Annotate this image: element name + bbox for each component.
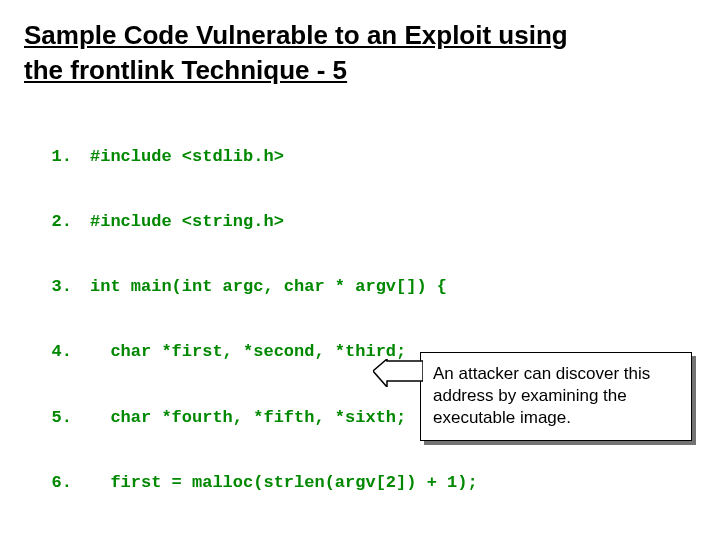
callout-text: An attacker can discover this address by… bbox=[433, 364, 650, 427]
code-block: 1.#include <stdlib.h> 2.#include <string… bbox=[24, 102, 696, 540]
slide-title: Sample Code Vulnerable to an Exploit usi… bbox=[24, 18, 696, 88]
line-number: 3. bbox=[24, 276, 90, 298]
line-number: 2. bbox=[24, 211, 90, 233]
callout-arrow-icon bbox=[373, 359, 423, 387]
code-text: int main(int argc, char * argv[]) { bbox=[90, 276, 696, 298]
code-text: #include <string.h> bbox=[90, 211, 696, 233]
line-number: 6. bbox=[24, 472, 90, 494]
svg-marker-0 bbox=[373, 359, 423, 387]
line-number: 1. bbox=[24, 146, 90, 168]
code-line: 1.#include <stdlib.h> bbox=[24, 146, 696, 168]
title-line-2: the frontlink Technique - 5 bbox=[24, 55, 347, 85]
code-text: #include <stdlib.h> bbox=[90, 146, 696, 168]
code-line: 6. first = malloc(strlen(argv[2]) + 1); bbox=[24, 472, 696, 494]
code-line: 3.int main(int argc, char * argv[]) { bbox=[24, 276, 696, 298]
line-number: 5. bbox=[24, 407, 90, 429]
title-line-1: Sample Code Vulnerable to an Exploit usi… bbox=[24, 20, 568, 50]
code-line: 2.#include <string.h> bbox=[24, 211, 696, 233]
line-number: 4. bbox=[24, 341, 90, 363]
callout-box: An attacker can discover this address by… bbox=[420, 352, 692, 441]
code-text: first = malloc(strlen(argv[2]) + 1); bbox=[90, 472, 696, 494]
